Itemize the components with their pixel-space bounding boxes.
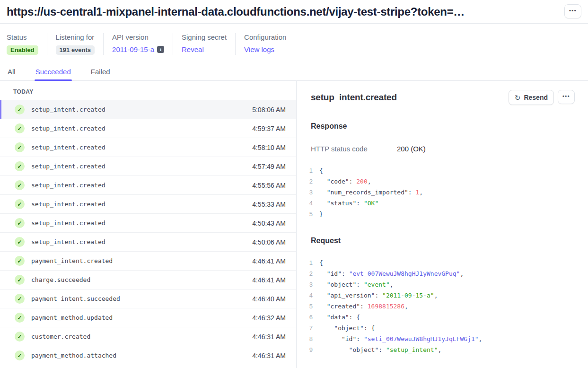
status-badge: Enabled [7, 45, 38, 55]
summary-status: Status Enabled [7, 33, 47, 55]
main-content: TODAY ✓setup_intent.created5:08:06 AM✓se… [0, 81, 588, 368]
code-line: 1{ [303, 165, 575, 176]
summary-configuration: Configuration View logs [235, 33, 295, 55]
summary-listening-for: Listening for 191 events [47, 33, 104, 55]
detail-overflow-button[interactable]: ••• [558, 90, 575, 104]
event-row[interactable]: ✓setup_intent.created4:57:49 AM [0, 157, 296, 175]
header-overflow-button[interactable]: ••• [564, 4, 581, 18]
http-status-label: HTTP status code [311, 145, 397, 153]
tab-succeeded[interactable]: Succeeded [35, 68, 72, 80]
event-name: setup_intent.created [31, 125, 252, 132]
listening-for-label: Listening for [56, 33, 95, 41]
event-name: setup_intent.created [31, 163, 252, 170]
event-row[interactable]: ✓payment_method.updated4:46:32 AM [0, 308, 296, 327]
events-count-badge: 191 events [56, 45, 95, 55]
success-check-icon: ✓ [15, 161, 25, 171]
webhook-endpoint-page: https://us-central1-mixpanel-internal-da… [0, 0, 588, 368]
event-row[interactable]: ✓setup_intent.created4:59:37 AM [0, 119, 296, 138]
event-row[interactable]: ✓payment_intent.succeeded4:46:40 AM [0, 289, 296, 308]
event-time: 4:46:31 AM [252, 352, 286, 359]
code-text: { [319, 259, 323, 266]
code-line: 8 "id": "seti_007WewuJW8hgHJ1yJqLFWGj1", [303, 333, 575, 344]
line-number: 7 [303, 324, 313, 332]
line-number: 9 [303, 346, 313, 353]
code-text: "api_version": "2011-09-15-a", [319, 292, 438, 299]
event-detail-panel: setup_intent.created ↻ Resend ••• Respon… [297, 81, 588, 368]
info-icon[interactable]: i [157, 46, 164, 53]
view-logs-link[interactable]: View logs [244, 45, 274, 53]
event-row[interactable]: ✓payment_intent.created4:46:41 AM [0, 251, 296, 270]
code-line: 2 "code": 200, [303, 176, 575, 187]
http-status-row: HTTP status code 200 (OK) [311, 145, 575, 153]
event-row[interactable]: ✓setup_intent.created4:55:56 AM [0, 175, 296, 194]
event-time: 4:46:32 AM [252, 314, 286, 322]
event-time: 4:46:41 AM [252, 257, 286, 265]
event-row[interactable]: ✓customer.created4:46:31 AM [0, 327, 296, 346]
event-name: setup_intent.created [31, 182, 252, 189]
event-group-label: TODAY [0, 81, 296, 100]
success-check-icon: ✓ [15, 275, 25, 285]
event-time: 4:46:40 AM [252, 295, 286, 303]
event-row[interactable]: ✓setup_intent.created5:08:06 AM [0, 100, 296, 119]
tab-failed[interactable]: Failed [90, 68, 111, 80]
event-row[interactable]: ✓setup_intent.created4:50:43 AM [0, 213, 296, 232]
resend-icon: ↻ [515, 94, 521, 101]
code-text: "id": "seti_007WewuJW8hgHJ1yJqLFWGj1", [319, 335, 482, 342]
detail-header: setup_intent.created ↻ Resend ••• [311, 90, 575, 105]
event-name: payment_method.updated [31, 314, 252, 321]
code-line: 6 "data": { [303, 312, 575, 323]
event-name: customer.created [31, 333, 252, 340]
event-time: 4:57:49 AM [252, 163, 286, 170]
event-row[interactable]: ✓charge.succeeded4:46:41 AM [0, 270, 296, 289]
code-line: 3 "num_records_imported": 1, [303, 187, 575, 198]
success-check-icon: ✓ [15, 332, 25, 342]
event-time: 4:55:56 AM [252, 182, 286, 189]
summary-api-version: API version 2011-09-15-a i [103, 33, 173, 55]
event-row[interactable]: ✓setup_intent.created4:50:06 AM [0, 232, 296, 251]
event-time: 4:46:41 AM [252, 276, 286, 284]
code-text: "object": "setup_intent", [319, 346, 441, 353]
reveal-link[interactable]: Reveal [182, 45, 204, 53]
event-name: payment_intent.succeeded [31, 295, 252, 302]
event-name: setup_intent.created [31, 219, 252, 227]
line-number: 1 [303, 259, 313, 266]
success-check-icon: ✓ [15, 313, 25, 323]
api-version-value[interactable]: 2011-09-15-a [112, 45, 154, 53]
code-line: 2 "id": "evt_007WewuJW8hgHJ1yWnevGPuq", [303, 268, 575, 279]
event-time: 4:46:31 AM [252, 333, 286, 341]
code-line: 1{ [303, 257, 575, 268]
event-time: 4:55:33 AM [252, 201, 286, 208]
detail-title: setup_intent.created [311, 92, 397, 103]
request-heading: Request [311, 237, 575, 245]
event-rows: ✓setup_intent.created5:08:06 AM✓setup_in… [0, 100, 296, 365]
code-line: 4 "api_version": "2011-09-15-a", [303, 290, 575, 301]
event-row[interactable]: ✓payment_method.attached4:46:31 AM [0, 346, 296, 365]
line-number: 2 [303, 178, 313, 185]
filter-tabs: AllSucceededFailed [0, 68, 588, 81]
success-check-icon: ✓ [15, 237, 25, 247]
line-number: 3 [303, 281, 313, 288]
code-text: "code": 200, [319, 178, 371, 185]
event-time: 4:50:06 AM [252, 238, 286, 246]
success-check-icon: ✓ [15, 180, 25, 190]
code-text: "object": { [319, 324, 375, 332]
resend-button[interactable]: ↻ Resend [509, 90, 554, 105]
event-row[interactable]: ✓setup_intent.created4:55:33 AM [0, 194, 296, 213]
http-status-value: 200 (OK) [397, 145, 426, 153]
line-number: 4 [303, 200, 313, 207]
detail-actions: ↻ Resend ••• [509, 90, 575, 105]
request-code-block: 1{2 "id": "evt_007WewuJW8hgHJ1yWnevGPuq"… [303, 257, 575, 355]
tab-all[interactable]: All [7, 68, 17, 80]
summary-signing-secret: Signing secret Reveal [173, 33, 235, 55]
response-heading: Response [311, 122, 575, 131]
event-time: 4:58:10 AM [252, 144, 286, 151]
line-number: 6 [303, 314, 313, 321]
page-title: https://us-central1-mixpanel-internal-da… [7, 4, 465, 19]
event-name: setup_intent.created [31, 106, 252, 113]
code-text: "num_records_imported": 1, [319, 189, 423, 196]
event-name: setup_intent.created [31, 238, 252, 245]
event-time: 5:08:06 AM [252, 106, 286, 114]
event-row[interactable]: ✓setup_intent.created4:58:10 AM [0, 138, 296, 157]
api-version-label: API version [112, 33, 164, 41]
line-number: 2 [303, 270, 313, 277]
